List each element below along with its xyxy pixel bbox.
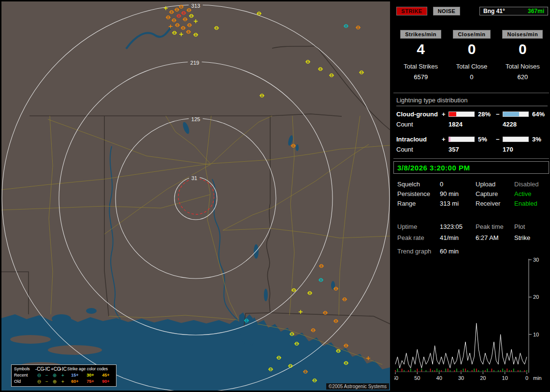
svg-text:10: 10: [533, 332, 539, 337]
legend-col-cg-plus: +CG: [51, 366, 58, 372]
minus-icon: −: [43, 372, 51, 378]
circle-plus-icon: ⊕: [51, 372, 58, 378]
count-label: Count: [396, 146, 442, 153]
cg-minus-percent: 64%: [530, 111, 548, 118]
cg-plus-percent: 28%: [476, 111, 496, 118]
ic-plus-percent: 5%: [476, 136, 496, 143]
total-strikes-value: 6579: [395, 73, 446, 81]
squelch-label: Squelch: [397, 180, 440, 189]
legend-col-cg-minus: -CG: [35, 366, 43, 372]
svg-text:20: 20: [480, 375, 486, 381]
upload-label: Upload: [476, 180, 514, 189]
current-datetime: 3/8/2026 3:20:00 PM: [397, 164, 470, 172]
plot-label: Plot: [514, 221, 549, 232]
bearing-box: Bng 41° 367mi: [479, 7, 548, 15]
total-noises-value: 620: [497, 73, 548, 81]
divider: [393, 93, 549, 93]
counter-strikes: Strikes/min 4 Total Strikes 6579: [395, 30, 446, 81]
trend-graph: 1020306050403020100min: [394, 257, 549, 385]
squelch-value: 0: [440, 180, 476, 189]
counters-section: Strikes/min 4 Total Strikes 6579 Close/m…: [395, 30, 548, 81]
cg-plus-count: 1824: [449, 121, 496, 128]
trend-line: [395, 323, 527, 368]
stats-section: Uptime 1323:05 Peak time Plot Peak rate …: [397, 221, 549, 243]
circle-plus-icon: ⊕: [51, 378, 58, 385]
bearing-value: Bng 41°: [483, 8, 505, 14]
range-ring-label: 125: [191, 116, 200, 122]
range-label: Range: [397, 199, 440, 209]
cg-plus-bar: [449, 112, 475, 117]
distribution-title: Lightning type distribution: [396, 97, 548, 106]
age-15: 15+: [67, 372, 83, 378]
peak-time-label: Peak time: [476, 221, 514, 232]
peak-rate-label: Peak rate: [397, 232, 440, 243]
minus-sign: −: [496, 136, 503, 143]
lightning-distribution-section: Lightning type distribution Cloud-ground…: [396, 97, 548, 153]
side-panel: STRIKE NOISE Bng 41° 367mi Strikes/min 4…: [392, 0, 550, 392]
persistence-value: 90 min: [440, 189, 476, 199]
persistence-label: Persistence: [397, 189, 440, 199]
strikes-per-min-value: 4: [395, 42, 446, 57]
intracloud-label: Intracloud: [396, 136, 442, 143]
noises-per-min-chip[interactable]: Noises/min: [502, 30, 543, 39]
plus-icon: +: [58, 372, 67, 378]
strike-indicator[interactable]: STRIKE: [396, 7, 427, 15]
distribution-row-intracloud: Intracloud + 5% − 3%: [396, 136, 548, 143]
svg-text:30: 30: [458, 375, 464, 381]
svg-text:60: 60: [394, 375, 398, 381]
legend-col-ic-minus: -IC: [43, 366, 51, 372]
legend-recent-label: Recent: [14, 372, 35, 378]
legend-symbols-label: Symbols: [14, 366, 35, 372]
range-value: 313 mi: [440, 199, 476, 209]
range-ring-label: 313: [191, 3, 200, 9]
peak-rate-value: 41/min: [440, 232, 476, 243]
trend-graph-row: Trend graph 60 min: [397, 247, 549, 256]
total-close-label: Total Close: [446, 63, 497, 70]
receiver-status: Enabled: [514, 199, 549, 209]
map-canvas: 31321912531: [1, 1, 390, 391]
svg-text:min: min: [533, 375, 542, 381]
counter-close: Close/min 0 Total Close 0: [446, 30, 497, 81]
svg-text:50: 50: [414, 375, 420, 381]
age-30: 30+: [83, 372, 98, 378]
cg-minus-bar: [503, 112, 529, 117]
ic-minus-bar: [503, 137, 529, 142]
close-per-min-chip[interactable]: Close/min: [453, 30, 490, 39]
lightning-map[interactable]: 31321912531 Symbols -CG -IC +CG +IC Stri…: [1, 1, 390, 391]
cloud-ground-count-row: Count 1824 4228: [396, 121, 548, 128]
cg-minus-count: 4228: [503, 121, 548, 128]
indicator-bar: STRIKE NOISE Bng 41° 367mi: [396, 7, 548, 16]
range-ring-label: 219: [190, 60, 199, 66]
svg-text:0: 0: [525, 375, 528, 381]
svg-text:40: 40: [436, 375, 442, 381]
divider: [393, 158, 549, 159]
intracloud-count-row: Count 357 170: [396, 146, 548, 153]
uptime-label: Uptime: [397, 221, 440, 232]
copyright-notice: ©2005 Astrogenic Systems: [326, 383, 389, 390]
total-strikes-label: Total Strikes: [395, 63, 446, 70]
circle-minus-icon: ⊖: [35, 378, 43, 385]
plot-value: Strike: [514, 232, 549, 243]
circle-minus-icon: ⊖: [35, 372, 43, 378]
noise-indicator[interactable]: NOISE: [433, 7, 461, 15]
ic-plus-bar: [449, 137, 475, 142]
plus-sign: +: [442, 136, 449, 143]
trend-graph-svg: 1020306050403020100min: [394, 257, 549, 385]
minus-icon: −: [43, 378, 51, 385]
bearing-distance: 367mi: [528, 8, 544, 14]
total-close-value: 0: [446, 73, 497, 81]
age-90: 90+: [98, 378, 114, 385]
peak-time-value: 6:27 AM: [476, 232, 514, 243]
plus-icon: +: [58, 378, 67, 385]
uptime-value: 1323:05: [440, 221, 476, 232]
receiver-label: Receiver: [476, 199, 514, 209]
capture-status: Active: [514, 189, 549, 199]
age-45: 45+: [98, 372, 114, 378]
counter-noises: Noises/min 0 Total Noises 620: [497, 30, 548, 81]
strikes-per-min-chip[interactable]: Strikes/min: [400, 30, 441, 39]
status-section: Squelch 0 Upload Disabled Persistence 90…: [397, 180, 549, 209]
legend-col-ic-plus: +IC: [58, 366, 67, 372]
legend-age-title: Strike age color codes: [67, 366, 114, 372]
range-ring-label: 31: [191, 175, 197, 181]
plus-sign: +: [442, 111, 449, 118]
